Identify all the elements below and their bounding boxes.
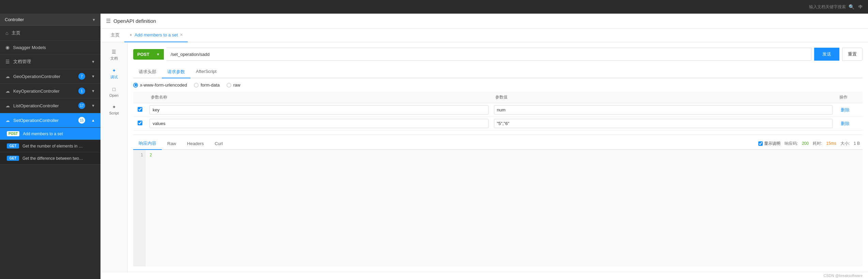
- sidebar-item-home[interactable]: ⌂ 主页: [0, 26, 100, 41]
- method-dropdown[interactable]: POST ▼: [133, 49, 164, 60]
- list-icon: ☁: [5, 103, 10, 108]
- resp-tab-raw[interactable]: Raw: [162, 138, 182, 150]
- key-icon: ☁: [5, 89, 10, 94]
- row2-value-input[interactable]: [494, 119, 833, 128]
- main-panel: POST ▼ 发送 重置 请求头部 请求参数 AfterScript: [128, 42, 868, 272]
- doc-tab-active-label: Add members to a set: [135, 32, 178, 37]
- left-panel-test[interactable]: ✦ 调试: [102, 65, 126, 82]
- doc-tabs-bar: 主页 ✦ Add members to a set ✕: [100, 29, 868, 42]
- doc-tab-home[interactable]: 主页: [106, 29, 124, 42]
- sidebar-method-get-count[interactable]: GET Get the number of elements in a s: [0, 140, 100, 152]
- req-tab-params[interactable]: 请求参数: [162, 66, 190, 78]
- size-value: 1 B: [854, 141, 860, 146]
- sidebar-item-list[interactable]: ☁ ListOperationController 17 ▼: [0, 98, 100, 113]
- sidebar-item-key[interactable]: ☁ KeyOperationController 1 ▼: [0, 84, 100, 98]
- sidebar-item-docmanage[interactable]: ☰ 文档管理 ▼: [0, 55, 100, 69]
- doc-tab-home-label: 主页: [111, 32, 120, 38]
- row1-checkbox[interactable]: [138, 107, 142, 112]
- row2-checkbox[interactable]: [138, 121, 142, 125]
- radio-urlencoded-circle: [133, 83, 138, 88]
- get-count-label: Get the number of elements in a s: [22, 144, 84, 149]
- sidebar-item-home-label: 主页: [12, 30, 20, 36]
- show-desc-label[interactable]: 显示说明: [758, 141, 780, 146]
- show-desc-checkbox[interactable]: [758, 141, 763, 146]
- bottom-bar: CSDN @breaksoftware: [100, 272, 868, 279]
- radio-raw-label: raw: [233, 82, 241, 88]
- list-badge: 17: [78, 102, 85, 109]
- sidebar-item-swagger[interactable]: ◉ Swagger Models: [0, 41, 100, 55]
- left-panel-script[interactable]: ✦ Script: [102, 102, 126, 118]
- key-badge: 1: [78, 88, 85, 94]
- row1-name-cell: [147, 103, 491, 117]
- request-bar: POST ▼ 发送 重置: [133, 48, 863, 61]
- table-row: 删除: [133, 103, 863, 117]
- sidebar-item-set[interactable]: ☁ SetOperationController 15 ▲: [0, 113, 100, 128]
- row1-name-input[interactable]: [150, 105, 489, 114]
- send-button[interactable]: 发送: [814, 48, 839, 61]
- docmanage-icon: ☰: [5, 59, 10, 64]
- req-tab-headers[interactable]: 请求头部: [133, 66, 162, 78]
- time-label: 耗时:: [813, 141, 822, 146]
- geo-icon: ☁: [5, 74, 10, 79]
- swagger-icon: ◉: [5, 45, 10, 50]
- radio-raw[interactable]: raw: [227, 82, 241, 88]
- open-panel-label: Open: [109, 93, 119, 97]
- radio-formdata[interactable]: form-data: [194, 82, 220, 88]
- open-panel-icon: □: [112, 87, 115, 92]
- top-header: 输入文档关键字搜索 🔍 中: [0, 0, 868, 14]
- sidebar: Controller ▼ ⌂ 主页 ◉ Swagger Models ☰ 文档管…: [0, 14, 100, 279]
- url-input[interactable]: [167, 48, 811, 61]
- row1-delete-btn[interactable]: 删除: [838, 106, 852, 114]
- get-badge-diff: GET: [7, 156, 19, 161]
- status-code: 200: [802, 141, 809, 146]
- attribution-text: CSDN @breaksoftware: [824, 274, 863, 278]
- resp-tab-curl[interactable]: Curl: [209, 138, 228, 150]
- radio-urlencoded[interactable]: x-www-form-urlencoded: [133, 82, 187, 88]
- reset-button[interactable]: 重置: [842, 48, 863, 61]
- sidebar-method-post-add[interactable]: POST Add members to a set: [0, 128, 100, 140]
- row1-value-input[interactable]: [494, 105, 833, 114]
- sidebar-item-swagger-label: Swagger Models: [13, 45, 46, 50]
- home-icon: ⌂: [5, 30, 8, 36]
- request-section-tabs: 请求头部 请求参数 AfterScript: [133, 66, 863, 78]
- left-panel-open[interactable]: □ Open: [102, 84, 126, 100]
- row2-delete-btn[interactable]: 删除: [838, 119, 852, 128]
- resp-tab-content[interactable]: 响应内容: [133, 138, 162, 150]
- get-badge-count: GET: [7, 143, 19, 149]
- response-meta: 显示说明 响应码: 200 耗时: 15ms 大小: 1 B: [758, 141, 863, 146]
- left-panel: ☰ 文档 ✦ 调试 □ Open ✦ Script: [100, 42, 128, 272]
- get-diff-label: Get the difference between two se: [22, 156, 84, 161]
- tab-close-icon[interactable]: ✕: [180, 33, 183, 37]
- geo-expand: ▼: [91, 74, 95, 78]
- key-expand: ▼: [91, 89, 95, 93]
- set-expand: ▲: [91, 118, 95, 122]
- search-icon[interactable]: 🔍: [849, 4, 854, 10]
- sidebar-method-get-diff[interactable]: GET Get the difference between two se: [0, 152, 100, 165]
- response-tabs-row: 响应内容 Raw Headers Curl 显示说明 响应码: 200 耗时:: [133, 138, 863, 150]
- user-label: 中: [858, 4, 863, 10]
- test-panel-label: 调试: [110, 75, 118, 80]
- page-title: OpenAPI definition: [113, 18, 156, 24]
- row2-name-input[interactable]: [150, 119, 489, 128]
- header-menu-icon[interactable]: ☰: [106, 18, 111, 24]
- controller-selector[interactable]: Controller ▼: [0, 14, 100, 26]
- params-type-row: x-www-form-urlencoded form-data raw: [133, 82, 863, 88]
- docmanage-chevron: ▼: [91, 60, 95, 64]
- radio-formdata-circle: [194, 83, 199, 88]
- post-add-label: Add members to a set: [23, 131, 63, 136]
- search-placeholder: 输入文档关键字搜索: [809, 4, 846, 10]
- list-expand: ▼: [91, 104, 95, 108]
- size-label: 大小:: [840, 141, 850, 146]
- req-tab-afterscript[interactable]: AfterScript: [190, 66, 222, 78]
- method-label: POST: [137, 52, 149, 57]
- post-badge-add: POST: [7, 131, 19, 136]
- controller-selector-label: Controller: [5, 17, 24, 22]
- test-panel-icon: ✦: [112, 68, 116, 73]
- sidebar-item-geo[interactable]: ☁ GeoOperationController 7 ▼: [0, 69, 100, 84]
- resp-tab-headers[interactable]: Headers: [182, 138, 209, 150]
- sidebar-geo-label: GeoOperationController: [13, 74, 60, 79]
- left-panel-doc[interactable]: ☰ 文档: [102, 46, 126, 64]
- doc-tab-active[interactable]: ✦ Add members to a set ✕: [124, 29, 188, 42]
- search-area: 输入文档关键字搜索 🔍: [809, 4, 854, 10]
- col-ops: 操作: [835, 92, 863, 103]
